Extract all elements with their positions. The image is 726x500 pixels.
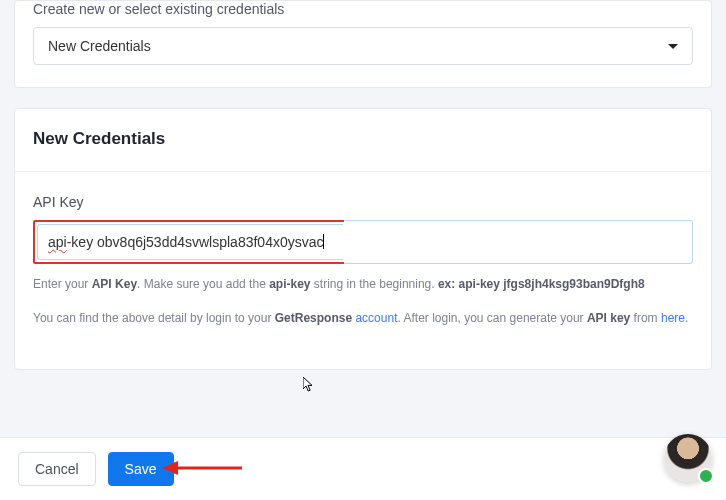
chat-avatar-button[interactable] [664, 434, 712, 482]
api-key-label: API Key [33, 194, 693, 210]
detail-text-part: from [630, 311, 661, 325]
select-credentials-label: Create new or select existing credential… [33, 1, 693, 17]
api-key-input[interactable]: api-key obv8q6j53dd4svwlspla83f04x0ysvac [37, 224, 343, 260]
chevron-down-icon [668, 44, 678, 49]
detail-text-part: . After login, you can generate your [397, 311, 586, 325]
api-key-hint: Enter your API Key. Make sure you add th… [33, 274, 693, 294]
card-heading: New Credentials [33, 129, 693, 149]
api-key-text-prefix: api [48, 234, 67, 250]
hint-text-bold: API Key [92, 277, 137, 291]
hint-text-part: Enter your [33, 277, 92, 291]
cancel-button[interactable]: Cancel [18, 452, 96, 486]
credentials-select[interactable]: New Credentials [33, 27, 693, 65]
here-link[interactable]: here [661, 311, 685, 325]
annotation-arrow-icon [162, 458, 242, 478]
select-credentials-card: Create new or select existing credential… [14, 0, 712, 88]
new-credentials-card: New Credentials API Key api-key obv8q6j5… [14, 108, 712, 370]
credentials-select-value: New Credentials [48, 38, 151, 54]
detail-text-bold: GetResponse [275, 311, 352, 325]
detail-text-bold: API key [587, 311, 630, 325]
hint-text-part: . Make sure you add the [137, 277, 269, 291]
hint-text-bold: ex: api-key jfgs8jh4ksg93ban9Dfgh8 [438, 277, 645, 291]
account-link[interactable]: account [355, 311, 397, 325]
hint-text-bold: api-key [269, 277, 310, 291]
text-caret-icon [323, 234, 324, 249]
api-key-find-detail: You can find the above detail by login t… [33, 308, 693, 328]
api-key-text-rest: -key obv8q6j53dd4svwlspla83f04x0ysvac [67, 234, 324, 250]
detail-text-part: . [685, 311, 688, 325]
footer-bar: Cancel Save [0, 437, 726, 500]
save-button[interactable]: Save [108, 452, 174, 486]
cursor-icon [303, 377, 315, 393]
api-key-input-continuation[interactable] [344, 220, 693, 264]
hint-text-part: string in the beginning. [311, 277, 438, 291]
api-key-input-row: api-key obv8q6j53dd4svwlspla83f04x0ysvac [33, 220, 693, 264]
annotation-input-highlight: api-key obv8q6j53dd4svwlspla83f04x0ysvac [33, 220, 347, 264]
detail-text-part: You can find the above detail by login t… [33, 311, 275, 325]
avatar-icon [664, 434, 712, 482]
